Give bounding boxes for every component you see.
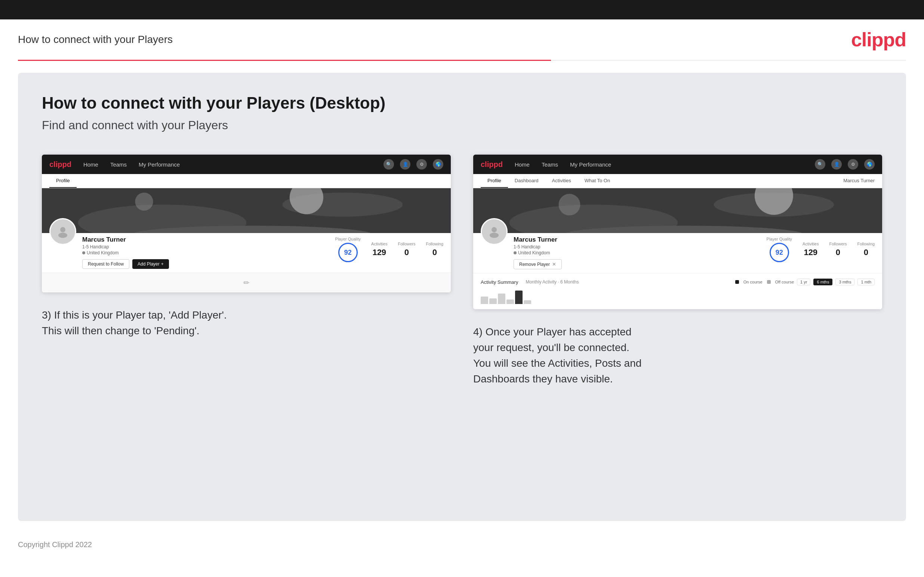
right-stat-activities: Activities 129 bbox=[803, 242, 819, 257]
main-content: How to connect with your Players (Deskto… bbox=[18, 73, 906, 521]
globe-icon[interactable]: 🌎 bbox=[433, 159, 443, 169]
tab-dropdown-name[interactable]: Marcus Turner bbox=[843, 174, 875, 188]
right-nav-icons: 🔍 👤 ⚙ 🌎 bbox=[815, 159, 875, 169]
filter-1yr[interactable]: 1 yr bbox=[797, 279, 810, 285]
right-nav-logo: clippd bbox=[481, 160, 503, 169]
right-player-name: Marcus Turner bbox=[514, 236, 761, 243]
page-heading: How to connect with your Players (Deskto… bbox=[42, 94, 882, 113]
copyright-text: Copyright Clippd 2022 bbox=[18, 540, 92, 549]
tab-what-to-on[interactable]: What To On bbox=[578, 174, 617, 188]
left-navbar: clippd Home Teams My Performance 🔍 👤 ⚙ 🌎 bbox=[42, 155, 451, 174]
tab-dashboard[interactable]: Dashboard bbox=[508, 174, 545, 188]
left-screenshot-bottom: ✏ bbox=[42, 272, 451, 292]
right-player-handicap: 1-5 Handicap bbox=[514, 244, 761, 250]
left-stat-followers: Followers 0 bbox=[398, 242, 415, 257]
header-divider bbox=[18, 60, 906, 61]
left-player-location: United Kingdom bbox=[82, 250, 329, 255]
bar-3 bbox=[498, 293, 506, 304]
right-user-icon[interactable]: 👤 bbox=[831, 159, 842, 169]
activity-legend: On course Off course bbox=[735, 280, 794, 284]
close-icon: ✕ bbox=[552, 261, 556, 267]
left-player-name: Marcus Turner bbox=[82, 236, 329, 243]
footer: Copyright Clippd 2022 bbox=[0, 533, 924, 556]
search-icon[interactable]: 🔍 bbox=[383, 159, 394, 169]
activity-filters: On course Off course 1 yr 6 mths 3 mths … bbox=[735, 279, 875, 285]
left-profile-buttons: Request to Follow Add Player + bbox=[82, 259, 329, 269]
svg-point-15 bbox=[489, 233, 499, 238]
right-nav-home[interactable]: Home bbox=[515, 161, 530, 168]
header: How to connect with your Players clippd bbox=[0, 19, 924, 60]
bar-2 bbox=[489, 298, 497, 304]
filter-6mths[interactable]: 6 mths bbox=[813, 279, 832, 285]
right-stats: Player Quality 92 Activities 129 Followe bbox=[767, 233, 875, 262]
activity-title: Activity Summary bbox=[481, 279, 518, 285]
left-nav-teams[interactable]: Teams bbox=[110, 161, 127, 168]
right-profile-banner bbox=[473, 188, 882, 233]
left-nav-icons: 🔍 👤 ⚙ 🌎 bbox=[383, 159, 443, 169]
left-description: 3) If this is your Player tap, 'Add Play… bbox=[42, 307, 451, 339]
right-tabs: Profile Dashboard Activities What To On … bbox=[473, 174, 882, 188]
activity-chart bbox=[481, 289, 875, 304]
right-avatar-container bbox=[481, 218, 507, 245]
add-player-button[interactable]: Add Player + bbox=[132, 259, 169, 269]
top-bar bbox=[0, 0, 924, 19]
left-stat-activities: Activities 129 bbox=[371, 242, 387, 257]
bar-4 bbox=[506, 300, 514, 304]
filter-3mths[interactable]: 3 mths bbox=[835, 279, 855, 285]
left-avatar-container bbox=[49, 218, 76, 245]
pencil-icon: ✏ bbox=[243, 278, 250, 287]
right-stat-quality: Player Quality 92 bbox=[767, 237, 792, 262]
activity-period: Monthly Activity · 6 Months bbox=[525, 279, 578, 285]
left-profile-banner bbox=[42, 188, 451, 233]
bar-5 bbox=[515, 290, 523, 304]
filter-1mth[interactable]: 1 mth bbox=[858, 279, 875, 285]
right-quality-circle: 92 bbox=[770, 243, 789, 262]
bar-6 bbox=[524, 300, 531, 304]
user-icon[interactable]: 👤 bbox=[400, 159, 410, 169]
activity-summary: Activity Summary Monthly Activity · 6 Mo… bbox=[473, 273, 882, 309]
svg-point-5 bbox=[135, 193, 153, 211]
screenshot-right: clippd Home Teams My Performance 🔍 👤 ⚙ 🌎… bbox=[473, 155, 882, 309]
screenshots-row: clippd Home Teams My Performance 🔍 👤 ⚙ 🌎… bbox=[42, 155, 882, 387]
right-person-icon bbox=[488, 225, 501, 238]
left-player-handicap: 1-5 Handicap bbox=[82, 244, 329, 250]
left-quality-circle: 92 bbox=[338, 243, 358, 262]
left-stat-quality: Player Quality 92 bbox=[335, 237, 361, 262]
tab-activities[interactable]: Activities bbox=[545, 174, 577, 188]
right-search-icon[interactable]: 🔍 bbox=[815, 159, 825, 169]
left-nav-home[interactable]: Home bbox=[83, 161, 98, 168]
left-player-details: Marcus Turner 1-5 Handicap United Kingdo… bbox=[82, 233, 329, 269]
right-settings-icon[interactable]: ⚙ bbox=[848, 159, 858, 169]
tab-profile-left[interactable]: Profile bbox=[49, 174, 77, 188]
screenshot-right-col: clippd Home Teams My Performance 🔍 👤 ⚙ 🌎… bbox=[473, 155, 882, 387]
settings-icon[interactable]: ⚙ bbox=[417, 159, 427, 169]
right-stat-followers: Followers 0 bbox=[829, 242, 846, 257]
remove-player-button[interactable]: Remove Player ✕ bbox=[514, 259, 562, 269]
left-banner-img bbox=[42, 188, 451, 233]
right-banner-img bbox=[473, 188, 882, 233]
svg-point-14 bbox=[491, 227, 497, 232]
left-profile-info-row: Marcus Turner 1-5 Handicap United Kingdo… bbox=[49, 233, 443, 269]
right-nav-performance[interactable]: My Performance bbox=[570, 161, 611, 168]
legend-on-course bbox=[735, 280, 739, 284]
request-follow-button[interactable]: Request to Follow bbox=[82, 259, 129, 269]
left-avatar bbox=[49, 218, 76, 245]
clippd-logo: clippd bbox=[851, 28, 906, 51]
svg-point-7 bbox=[58, 233, 67, 238]
screenshot-left: clippd Home Teams My Performance 🔍 👤 ⚙ 🌎… bbox=[42, 155, 451, 292]
header-title: How to connect with your Players bbox=[18, 34, 173, 45]
person-icon bbox=[56, 225, 69, 238]
left-tabs: Profile bbox=[42, 174, 451, 188]
left-stats: Player Quality 92 Activities 129 Followe bbox=[335, 233, 443, 262]
left-nav-performance[interactable]: My Performance bbox=[139, 161, 180, 168]
right-nav-teams[interactable]: Teams bbox=[542, 161, 558, 168]
bar-1 bbox=[481, 297, 488, 304]
tab-profile-right[interactable]: Profile bbox=[481, 174, 508, 188]
left-profile-area: Marcus Turner 1-5 Handicap United Kingdo… bbox=[42, 233, 451, 272]
right-location-dot-icon bbox=[514, 251, 517, 254]
right-player-location: United Kingdom bbox=[514, 250, 761, 255]
right-player-details: Marcus Turner 1-5 Handicap United Kingdo… bbox=[514, 233, 761, 269]
left-stat-following: Following 0 bbox=[426, 242, 443, 257]
right-globe-icon[interactable]: 🌎 bbox=[864, 159, 875, 169]
right-profile-buttons: Remove Player ✕ bbox=[514, 259, 761, 269]
